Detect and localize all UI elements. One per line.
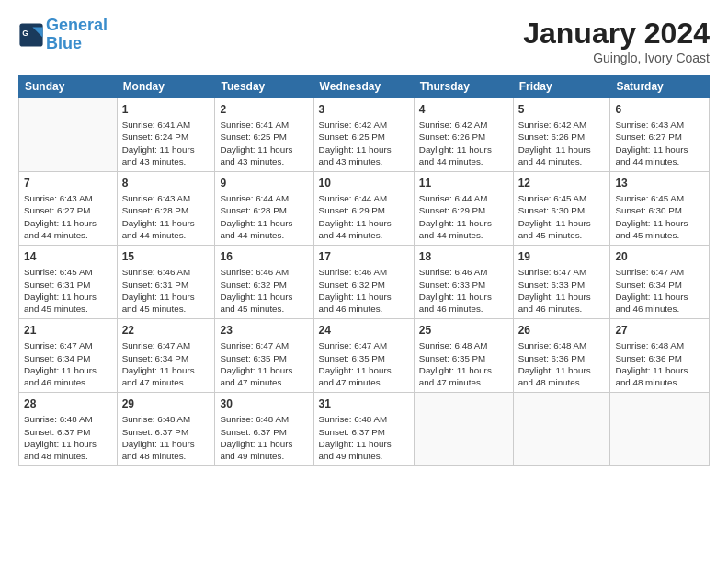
day-number: 23	[220, 323, 308, 338]
calendar-day-cell: 18Sunrise: 6:46 AMSunset: 6:33 PMDayligh…	[414, 246, 513, 319]
calendar-day-cell: 1Sunrise: 6:41 AMSunset: 6:24 PMDaylight…	[117, 98, 215, 172]
calendar-day-cell: 7Sunrise: 6:43 AMSunset: 6:27 PMDaylight…	[19, 172, 118, 246]
day-info: Sunrise: 6:44 AMSunset: 6:29 PMDaylight:…	[319, 192, 409, 241]
day-number: 4	[419, 102, 508, 117]
day-info: Sunrise: 6:43 AMSunset: 6:28 PMDaylight:…	[122, 192, 210, 241]
calendar-day-cell: 17Sunrise: 6:46 AMSunset: 6:32 PMDayligh…	[313, 246, 414, 319]
day-info: Sunrise: 6:47 AMSunset: 6:34 PMDaylight:…	[615, 266, 704, 315]
calendar-day-cell: 25Sunrise: 6:48 AMSunset: 6:35 PMDayligh…	[414, 319, 513, 393]
day-info: Sunrise: 6:43 AMSunset: 6:27 PMDaylight:…	[24, 192, 112, 241]
day-number: 19	[518, 249, 606, 264]
day-number: 11	[419, 176, 508, 190]
calendar-day-cell: 24Sunrise: 6:47 AMSunset: 6:35 PMDayligh…	[313, 319, 414, 393]
day-number: 6	[615, 102, 704, 117]
calendar-day-cell: 21Sunrise: 6:47 AMSunset: 6:34 PMDayligh…	[19, 319, 118, 393]
day-number: 31	[319, 396, 409, 411]
day-info: Sunrise: 6:45 AMSunset: 6:30 PMDaylight:…	[615, 192, 704, 241]
day-number: 22	[122, 323, 210, 338]
day-number: 15	[122, 249, 210, 264]
day-info: Sunrise: 6:48 AMSunset: 6:37 PMDaylight:…	[220, 413, 308, 462]
weekday-header: Thursday	[414, 75, 513, 98]
calendar-day-cell: 8Sunrise: 6:43 AMSunset: 6:28 PMDaylight…	[117, 172, 215, 246]
calendar-day-cell: 27Sunrise: 6:48 AMSunset: 6:36 PMDayligh…	[610, 319, 710, 393]
svg-text:G: G	[22, 29, 28, 38]
page: G General Blue January 2024 Guinglo, Ivo…	[0, 0, 728, 563]
calendar-day-cell: 13Sunrise: 6:45 AMSunset: 6:30 PMDayligh…	[610, 172, 710, 246]
day-info: Sunrise: 6:47 AMSunset: 6:34 PMDaylight:…	[122, 339, 210, 388]
day-number: 14	[24, 249, 112, 264]
day-info: Sunrise: 6:48 AMSunset: 6:36 PMDaylight:…	[615, 339, 704, 388]
calendar-day-cell: 9Sunrise: 6:44 AMSunset: 6:28 PMDaylight…	[215, 172, 313, 246]
weekday-header: Wednesday	[313, 75, 414, 98]
day-info: Sunrise: 6:48 AMSunset: 6:35 PMDaylight:…	[419, 339, 508, 388]
day-number: 16	[220, 249, 308, 264]
calendar-day-cell: 31Sunrise: 6:48 AMSunset: 6:37 PMDayligh…	[313, 393, 414, 466]
day-info: Sunrise: 6:44 AMSunset: 6:28 PMDaylight:…	[220, 192, 308, 241]
day-info: Sunrise: 6:45 AMSunset: 6:31 PMDaylight:…	[24, 266, 112, 315]
day-number: 28	[24, 396, 112, 411]
day-info: Sunrise: 6:47 AMSunset: 6:33 PMDaylight:…	[518, 266, 606, 315]
calendar-day-cell: 20Sunrise: 6:47 AMSunset: 6:34 PMDayligh…	[610, 246, 710, 319]
day-number: 17	[319, 249, 409, 264]
day-number: 27	[615, 323, 704, 338]
logo: G General Blue	[18, 17, 108, 53]
day-info: Sunrise: 6:42 AMSunset: 6:26 PMDaylight:…	[419, 119, 508, 167]
day-info: Sunrise: 6:46 AMSunset: 6:32 PMDaylight:…	[220, 266, 308, 315]
calendar-day-cell: 3Sunrise: 6:42 AMSunset: 6:25 PMDaylight…	[313, 98, 414, 172]
day-info: Sunrise: 6:41 AMSunset: 6:24 PMDaylight:…	[122, 119, 210, 167]
calendar-day-cell	[414, 393, 513, 466]
calendar-day-cell	[610, 393, 710, 466]
day-number: 26	[518, 323, 606, 338]
calendar-day-cell: 19Sunrise: 6:47 AMSunset: 6:33 PMDayligh…	[513, 246, 610, 319]
calendar-week-row: 21Sunrise: 6:47 AMSunset: 6:34 PMDayligh…	[19, 319, 710, 393]
day-info: Sunrise: 6:46 AMSunset: 6:31 PMDaylight:…	[122, 266, 210, 315]
calendar-day-cell: 10Sunrise: 6:44 AMSunset: 6:29 PMDayligh…	[313, 172, 414, 246]
day-number: 29	[122, 396, 210, 411]
day-number: 3	[319, 102, 409, 117]
day-number: 13	[615, 176, 704, 190]
day-number: 25	[419, 323, 508, 338]
calendar-day-cell: 5Sunrise: 6:42 AMSunset: 6:26 PMDaylight…	[513, 98, 610, 172]
day-number: 2	[220, 102, 308, 117]
weekday-header: Friday	[513, 75, 610, 98]
day-number: 9	[220, 176, 308, 190]
calendar-day-cell: 22Sunrise: 6:47 AMSunset: 6:34 PMDayligh…	[117, 319, 215, 393]
day-info: Sunrise: 6:47 AMSunset: 6:35 PMDaylight:…	[220, 339, 308, 388]
day-info: Sunrise: 6:42 AMSunset: 6:26 PMDaylight:…	[518, 119, 606, 167]
calendar-day-cell: 12Sunrise: 6:45 AMSunset: 6:30 PMDayligh…	[513, 172, 610, 246]
day-info: Sunrise: 6:48 AMSunset: 6:37 PMDaylight:…	[319, 413, 409, 462]
day-info: Sunrise: 6:48 AMSunset: 6:36 PMDaylight:…	[518, 339, 606, 388]
logo-icon: G	[18, 22, 44, 48]
calendar-day-cell: 6Sunrise: 6:43 AMSunset: 6:27 PMDaylight…	[610, 98, 710, 172]
day-info: Sunrise: 6:43 AMSunset: 6:27 PMDaylight:…	[615, 119, 704, 167]
title-block: January 2024 Guinglo, Ivory Coast	[523, 17, 710, 65]
day-number: 5	[518, 102, 606, 117]
calendar-day-cell: 28Sunrise: 6:48 AMSunset: 6:37 PMDayligh…	[19, 393, 118, 466]
day-number: 1	[122, 102, 210, 117]
calendar-day-cell: 16Sunrise: 6:46 AMSunset: 6:32 PMDayligh…	[215, 246, 313, 319]
day-number: 18	[419, 249, 508, 264]
calendar-day-cell	[513, 393, 610, 466]
day-number: 20	[615, 249, 704, 264]
day-info: Sunrise: 6:41 AMSunset: 6:25 PMDaylight:…	[220, 119, 308, 167]
weekday-header: Tuesday	[215, 75, 313, 98]
day-number: 24	[319, 323, 409, 338]
day-info: Sunrise: 6:47 AMSunset: 6:35 PMDaylight:…	[319, 339, 409, 388]
day-info: Sunrise: 6:46 AMSunset: 6:33 PMDaylight:…	[419, 266, 508, 315]
day-number: 30	[220, 396, 308, 411]
calendar-table: SundayMondayTuesdayWednesdayThursdayFrid…	[18, 75, 710, 466]
day-number: 10	[319, 176, 409, 190]
calendar-day-cell: 15Sunrise: 6:46 AMSunset: 6:31 PMDayligh…	[117, 246, 215, 319]
calendar-day-cell	[19, 98, 118, 172]
calendar-day-cell: 26Sunrise: 6:48 AMSunset: 6:36 PMDayligh…	[513, 319, 610, 393]
day-number: 12	[518, 176, 606, 190]
day-info: Sunrise: 6:45 AMSunset: 6:30 PMDaylight:…	[518, 192, 606, 241]
calendar-week-row: 7Sunrise: 6:43 AMSunset: 6:27 PMDaylight…	[19, 172, 710, 246]
calendar-day-cell: 14Sunrise: 6:45 AMSunset: 6:31 PMDayligh…	[19, 246, 118, 319]
day-number: 21	[24, 323, 112, 338]
location: Guinglo, Ivory Coast	[523, 51, 710, 65]
day-info: Sunrise: 6:46 AMSunset: 6:32 PMDaylight:…	[319, 266, 409, 315]
calendar-day-cell: 11Sunrise: 6:44 AMSunset: 6:29 PMDayligh…	[414, 172, 513, 246]
weekday-header: Monday	[117, 75, 215, 98]
calendar-day-cell: 2Sunrise: 6:41 AMSunset: 6:25 PMDaylight…	[215, 98, 313, 172]
